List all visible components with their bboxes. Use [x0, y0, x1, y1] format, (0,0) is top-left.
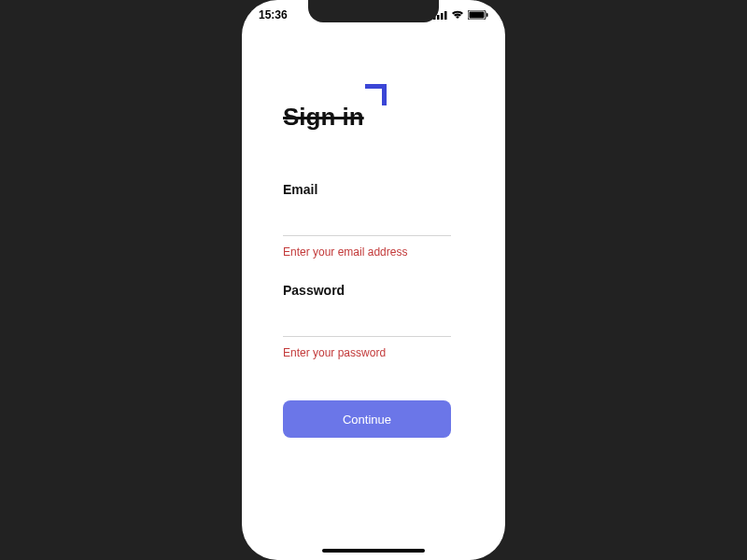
- home-indicator[interactable]: [322, 549, 425, 553]
- title-decorator: Sign in: [283, 103, 364, 132]
- wifi-icon: [451, 10, 464, 20]
- password-label: Password: [283, 283, 464, 298]
- email-error: Enter your email address: [283, 245, 464, 259]
- password-error: Enter your password: [283, 346, 464, 359]
- svg-rect-6: [486, 13, 488, 17]
- svg-rect-1: [437, 15, 440, 20]
- signin-form: Sign in Email Enter your email address P…: [242, 0, 505, 438]
- email-field[interactable]: [283, 214, 451, 236]
- password-field[interactable]: [283, 315, 451, 337]
- device-notch: [308, 0, 439, 22]
- status-time: 15:36: [259, 8, 288, 21]
- svg-rect-5: [470, 12, 485, 19]
- svg-rect-3: [444, 11, 447, 20]
- battery-icon: [468, 10, 488, 20]
- continue-button[interactable]: Continue: [283, 400, 451, 438]
- svg-rect-2: [441, 13, 444, 20]
- email-label: Email: [283, 182, 464, 197]
- page-title: Sign in: [283, 103, 364, 132]
- phone-frame: 15:36: [242, 0, 505, 560]
- status-right: [433, 10, 488, 20]
